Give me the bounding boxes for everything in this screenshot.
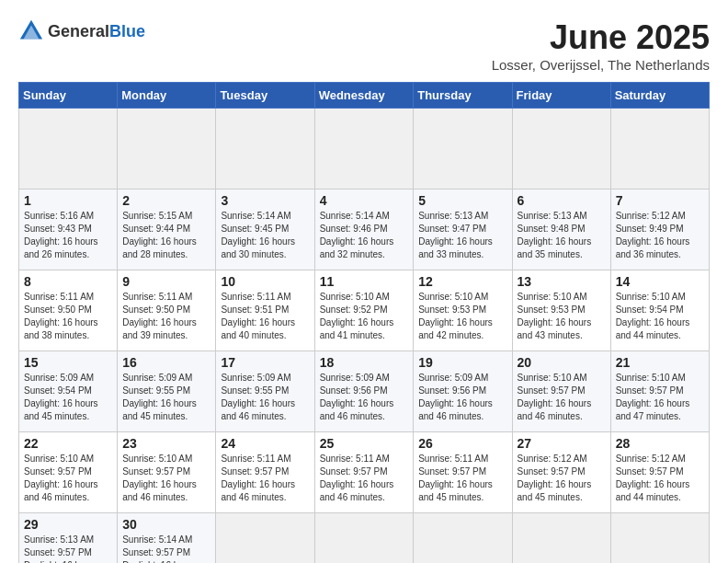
calendar-cell: 3Sunrise: 5:14 AM Sunset: 9:45 PM Daylig… <box>216 190 314 270</box>
calendar-cell: 7Sunrise: 5:12 AM Sunset: 9:49 PM Daylig… <box>610 190 709 270</box>
day-number: 1 <box>24 193 112 208</box>
day-info: Sunrise: 5:12 AM Sunset: 9:57 PM Dayligh… <box>518 453 606 504</box>
calendar-cell: 28Sunrise: 5:12 AM Sunset: 9:57 PM Dayli… <box>610 432 709 513</box>
header: GeneralBlue June 2025 Losser, Overijssel… <box>18 18 710 73</box>
day-info: Sunrise: 5:09 AM Sunset: 9:56 PM Dayligh… <box>320 372 409 423</box>
logo-text-blue: Blue <box>109 22 145 40</box>
day-number: 5 <box>418 193 506 208</box>
day-info: Sunrise: 5:10 AM Sunset: 9:53 PM Dayligh… <box>518 291 606 342</box>
calendar-cell: 5Sunrise: 5:13 AM Sunset: 9:47 PM Daylig… <box>414 190 512 270</box>
calendar-cell <box>19 109 118 190</box>
day-number: 8 <box>24 274 112 289</box>
week-row-5: 29Sunrise: 5:13 AM Sunset: 9:57 PM Dayli… <box>19 513 710 564</box>
day-number: 30 <box>122 517 210 532</box>
day-info: Sunrise: 5:11 AM Sunset: 9:50 PM Dayligh… <box>24 291 112 342</box>
day-info: Sunrise: 5:09 AM Sunset: 9:54 PM Dayligh… <box>24 372 112 423</box>
day-info: Sunrise: 5:14 AM Sunset: 9:57 PM Dayligh… <box>122 534 210 563</box>
day-number: 11 <box>320 274 409 289</box>
calendar-cell: 19Sunrise: 5:09 AM Sunset: 9:56 PM Dayli… <box>414 351 512 432</box>
calendar-cell <box>512 109 610 190</box>
day-number: 23 <box>122 436 210 451</box>
day-info: Sunrise: 5:14 AM Sunset: 9:46 PM Dayligh… <box>320 210 409 261</box>
day-number: 29 <box>24 517 112 532</box>
header-wednesday: Wednesday <box>314 83 414 109</box>
day-info: Sunrise: 5:10 AM Sunset: 9:53 PM Dayligh… <box>418 291 506 342</box>
day-info: Sunrise: 5:15 AM Sunset: 9:44 PM Dayligh… <box>122 210 210 261</box>
day-number: 3 <box>221 193 309 208</box>
calendar-cell: 13Sunrise: 5:10 AM Sunset: 9:53 PM Dayli… <box>512 270 610 351</box>
calendar-cell: 2Sunrise: 5:15 AM Sunset: 9:44 PM Daylig… <box>118 190 216 270</box>
day-info: Sunrise: 5:10 AM Sunset: 9:57 PM Dayligh… <box>24 453 112 504</box>
calendar-cell: 10Sunrise: 5:11 AM Sunset: 9:51 PM Dayli… <box>216 270 314 351</box>
calendar-cell: 29Sunrise: 5:13 AM Sunset: 9:57 PM Dayli… <box>19 513 118 564</box>
calendar-cell: 25Sunrise: 5:11 AM Sunset: 9:57 PM Dayli… <box>314 432 414 513</box>
calendar-cell <box>512 513 610 564</box>
day-number: 10 <box>221 274 309 289</box>
header-saturday: Saturday <box>610 83 709 109</box>
day-info: Sunrise: 5:09 AM Sunset: 9:56 PM Dayligh… <box>418 372 506 423</box>
calendar-cell <box>314 109 414 190</box>
day-number: 15 <box>24 355 112 370</box>
week-row-1: 1Sunrise: 5:16 AM Sunset: 9:43 PM Daylig… <box>19 190 710 270</box>
day-number: 7 <box>616 193 704 208</box>
week-row-4: 22Sunrise: 5:10 AM Sunset: 9:57 PM Dayli… <box>19 432 710 513</box>
logo-text-general: General <box>48 22 109 40</box>
day-info: Sunrise: 5:10 AM Sunset: 9:57 PM Dayligh… <box>518 372 606 423</box>
calendar-cell: 23Sunrise: 5:10 AM Sunset: 9:57 PM Dayli… <box>118 432 216 513</box>
day-info: Sunrise: 5:13 AM Sunset: 9:47 PM Dayligh… <box>418 210 506 261</box>
day-info: Sunrise: 5:11 AM Sunset: 9:57 PM Dayligh… <box>221 453 309 504</box>
day-number: 24 <box>221 436 309 451</box>
location-title: Losser, Overijssel, The Netherlands <box>492 57 710 73</box>
day-number: 19 <box>418 355 506 370</box>
title-area: June 2025 Losser, Overijssel, The Nether… <box>492 18 710 73</box>
day-info: Sunrise: 5:14 AM Sunset: 9:45 PM Dayligh… <box>221 210 309 261</box>
calendar-cell <box>216 109 314 190</box>
day-number: 28 <box>616 436 704 451</box>
day-info: Sunrise: 5:11 AM Sunset: 9:51 PM Dayligh… <box>221 291 309 342</box>
logo-icon <box>18 18 44 44</box>
calendar: Sunday Monday Tuesday Wednesday Thursday… <box>18 82 710 563</box>
calendar-cell: 24Sunrise: 5:11 AM Sunset: 9:57 PM Dayli… <box>216 432 314 513</box>
calendar-cell: 17Sunrise: 5:09 AM Sunset: 9:55 PM Dayli… <box>216 351 314 432</box>
calendar-cell <box>414 513 512 564</box>
day-number: 27 <box>518 436 606 451</box>
day-number: 22 <box>24 436 112 451</box>
week-row-3: 15Sunrise: 5:09 AM Sunset: 9:54 PM Dayli… <box>19 351 710 432</box>
calendar-cell <box>414 109 512 190</box>
logo: GeneralBlue <box>18 18 145 44</box>
day-info: Sunrise: 5:10 AM Sunset: 9:57 PM Dayligh… <box>616 372 704 423</box>
calendar-cell: 4Sunrise: 5:14 AM Sunset: 9:46 PM Daylig… <box>314 190 414 270</box>
day-info: Sunrise: 5:09 AM Sunset: 9:55 PM Dayligh… <box>122 372 210 423</box>
day-info: Sunrise: 5:11 AM Sunset: 9:57 PM Dayligh… <box>320 453 409 504</box>
day-number: 9 <box>122 274 210 289</box>
day-number: 17 <box>221 355 309 370</box>
day-number: 12 <box>418 274 506 289</box>
header-monday: Monday <box>118 83 216 109</box>
day-info: Sunrise: 5:10 AM Sunset: 9:54 PM Dayligh… <box>616 291 704 342</box>
day-info: Sunrise: 5:10 AM Sunset: 9:57 PM Dayligh… <box>122 453 210 504</box>
calendar-cell: 30Sunrise: 5:14 AM Sunset: 9:57 PM Dayli… <box>118 513 216 564</box>
day-info: Sunrise: 5:13 AM Sunset: 9:48 PM Dayligh… <box>518 210 606 261</box>
day-number: 20 <box>518 355 606 370</box>
calendar-cell: 18Sunrise: 5:09 AM Sunset: 9:56 PM Dayli… <box>314 351 414 432</box>
calendar-cell: 21Sunrise: 5:10 AM Sunset: 9:57 PM Dayli… <box>610 351 709 432</box>
calendar-cell: 27Sunrise: 5:12 AM Sunset: 9:57 PM Dayli… <box>512 432 610 513</box>
day-number: 4 <box>320 193 409 208</box>
day-number: 2 <box>122 193 210 208</box>
day-info: Sunrise: 5:12 AM Sunset: 9:57 PM Dayligh… <box>616 453 704 504</box>
calendar-cell <box>610 513 709 564</box>
calendar-cell: 16Sunrise: 5:09 AM Sunset: 9:55 PM Dayli… <box>118 351 216 432</box>
day-info: Sunrise: 5:09 AM Sunset: 9:55 PM Dayligh… <box>221 372 309 423</box>
calendar-cell <box>118 109 216 190</box>
week-row-2: 8Sunrise: 5:11 AM Sunset: 9:50 PM Daylig… <box>19 270 710 351</box>
day-number: 16 <box>122 355 210 370</box>
day-number: 6 <box>518 193 606 208</box>
day-info: Sunrise: 5:10 AM Sunset: 9:52 PM Dayligh… <box>320 291 409 342</box>
calendar-cell: 11Sunrise: 5:10 AM Sunset: 9:52 PM Dayli… <box>314 270 414 351</box>
day-info: Sunrise: 5:11 AM Sunset: 9:57 PM Dayligh… <box>418 453 506 504</box>
header-tuesday: Tuesday <box>216 83 314 109</box>
calendar-cell: 15Sunrise: 5:09 AM Sunset: 9:54 PM Dayli… <box>19 351 118 432</box>
day-info: Sunrise: 5:13 AM Sunset: 9:57 PM Dayligh… <box>24 534 112 563</box>
day-number: 26 <box>418 436 506 451</box>
calendar-cell: 6Sunrise: 5:13 AM Sunset: 9:48 PM Daylig… <box>512 190 610 270</box>
